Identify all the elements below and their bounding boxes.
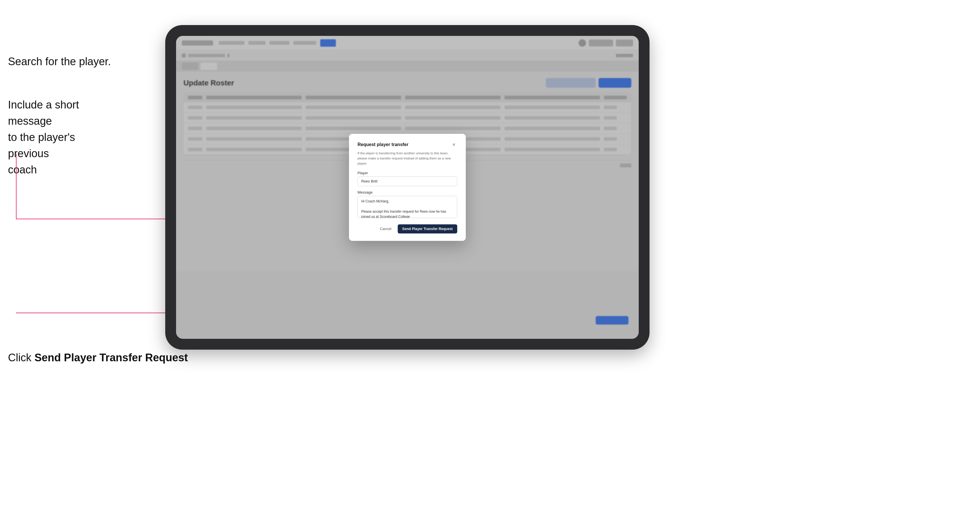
modal-message-field: Message Hi Coach McHarg, Please accept t… bbox=[358, 190, 457, 219]
arrow-vertical-1 bbox=[16, 154, 16, 219]
modal-dialog: Request player transfer × If the player … bbox=[349, 134, 466, 241]
send-transfer-request-button[interactable]: Send Player Transfer Request bbox=[398, 224, 457, 233]
annotation-search-text: Search for the player. bbox=[8, 54, 111, 69]
tablet-screen: Update Roster bbox=[176, 36, 639, 339]
annotation-message-text: Include a short message to the player's … bbox=[8, 97, 116, 178]
modal-title: Request player transfer bbox=[358, 142, 409, 147]
modal-description: If the player is transferring from anoth… bbox=[358, 151, 457, 166]
cancel-button[interactable]: Cancel bbox=[376, 225, 395, 233]
modal-overlay: Request player transfer × If the player … bbox=[176, 36, 639, 339]
modal-header: Request player transfer × bbox=[358, 141, 457, 148]
message-label: Message bbox=[358, 190, 457, 194]
message-textarea[interactable]: Hi Coach McHarg, Please accept this tran… bbox=[358, 196, 457, 218]
modal-player-field: Player bbox=[358, 171, 457, 186]
modal-close-button[interactable]: × bbox=[450, 141, 457, 148]
modal-actions: Cancel Send Player Transfer Request bbox=[358, 224, 457, 233]
annotation-click-text: Click Send Player Transfer Request bbox=[8, 350, 188, 365]
player-label: Player bbox=[358, 171, 457, 175]
tablet-device: Update Roster bbox=[165, 25, 649, 350]
player-input[interactable] bbox=[358, 176, 457, 186]
